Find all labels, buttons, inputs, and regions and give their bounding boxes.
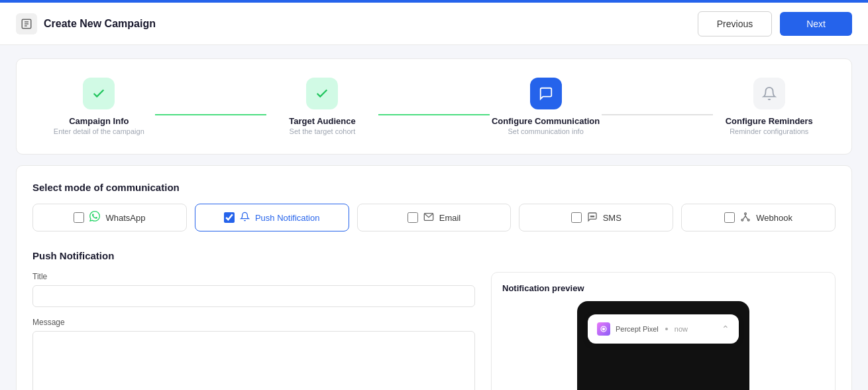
svg-point-2	[590, 216, 591, 216]
push-notification-section: Push Notification Title Message	[32, 250, 836, 390]
message-label: Message	[32, 318, 475, 327]
mode-sms-checkbox[interactable]	[571, 212, 582, 223]
title-field-group: Title	[32, 272, 475, 307]
svg-point-9	[603, 328, 605, 330]
connector-3	[602, 114, 714, 115]
mode-selector-section: Select mode of communication WhatsApp	[32, 182, 836, 231]
mode-push-label: Push Notification	[255, 213, 320, 223]
notification-toast: Percept Pixel now ⌃	[588, 314, 739, 344]
mode-push-notification[interactable]: Push Notification	[195, 204, 349, 231]
preview-label: Notification preview	[502, 283, 824, 293]
mode-webhook[interactable]: Webhook	[681, 204, 836, 231]
whatsapp-icon	[89, 211, 100, 224]
preview-phone: Percept Pixel now ⌃	[577, 301, 749, 390]
mode-whatsapp-checkbox[interactable]	[74, 212, 84, 223]
svg-point-6	[741, 219, 743, 221]
mode-email-checkbox[interactable]	[407, 212, 418, 223]
step-sublabel-configure-communication: Set communication info	[508, 127, 583, 135]
svg-point-3	[592, 216, 592, 216]
mode-sms[interactable]: SMS	[519, 204, 673, 231]
step-label-target-audience: Target Audience	[289, 116, 355, 126]
toast-dot	[665, 328, 668, 330]
toast-app-icon	[597, 322, 610, 336]
title-input[interactable]	[32, 285, 475, 307]
step-configure-communication: Configure Communication Set communicatio…	[490, 78, 602, 135]
connector-2	[378, 114, 490, 115]
notification-preview-section: Notification preview	[491, 272, 836, 390]
webhook-icon	[740, 212, 751, 224]
step-circle-campaign-info	[83, 78, 115, 109]
email-icon	[423, 212, 434, 224]
stepper-card: Campaign Info Enter detail of the campai…	[16, 58, 852, 155]
mode-webhook-label: Webhook	[756, 213, 792, 223]
toast-app-name: Percept Pixel	[616, 325, 659, 333]
previous-button[interactable]: Previous	[698, 11, 772, 36]
toast-chevron-icon: ⌃	[722, 324, 730, 334]
connector-1	[155, 114, 267, 115]
mode-email-label: Email	[439, 213, 461, 223]
message-textarea[interactable]	[32, 331, 475, 390]
mode-email[interactable]: Email	[357, 204, 512, 231]
page-title: Create New Campaign	[44, 18, 156, 30]
mode-push-checkbox[interactable]	[224, 212, 235, 223]
mode-sms-label: SMS	[603, 213, 622, 223]
mode-whatsapp-label: WhatsApp	[105, 213, 145, 223]
step-campaign-info: Campaign Info Enter detail of the campai…	[43, 78, 155, 135]
bell-icon	[240, 212, 250, 224]
form-card: Select mode of communication WhatsApp	[16, 165, 852, 390]
svg-point-5	[745, 213, 747, 215]
svg-point-4	[593, 216, 594, 216]
step-circle-target-audience	[306, 78, 338, 109]
step-label-configure-communication: Configure Communication	[492, 116, 600, 126]
header-icon	[16, 13, 37, 34]
step-label-campaign-info: Campaign Info	[69, 116, 129, 126]
mode-whatsapp[interactable]: WhatsApp	[32, 204, 187, 231]
step-sublabel-configure-reminders: Reminder configurations	[730, 127, 808, 135]
step-sublabel-target-audience: Set the target cohort	[290, 127, 356, 135]
step-target-audience: Target Audience Set the target cohort	[266, 78, 378, 135]
next-button[interactable]: Next	[780, 12, 852, 36]
title-label: Title	[32, 272, 475, 281]
mode-selector-title: Select mode of communication	[32, 182, 836, 193]
mode-webhook-checkbox[interactable]	[724, 212, 735, 223]
svg-point-7	[748, 219, 750, 221]
step-configure-reminders: Configure Reminders Reminder configurati…	[713, 78, 825, 135]
toast-time: now	[675, 325, 688, 333]
step-circle-configure-communication	[530, 78, 562, 109]
sms-icon	[587, 212, 598, 224]
step-circle-configure-reminders	[753, 78, 785, 109]
header: Create New Campaign Previous Next	[0, 3, 868, 45]
message-field-group: Message	[32, 318, 475, 390]
push-form-title: Push Notification	[32, 250, 836, 261]
step-label-configure-reminders: Configure Reminders	[726, 116, 813, 126]
step-sublabel-campaign-info: Enter detail of the campaign	[54, 127, 144, 135]
